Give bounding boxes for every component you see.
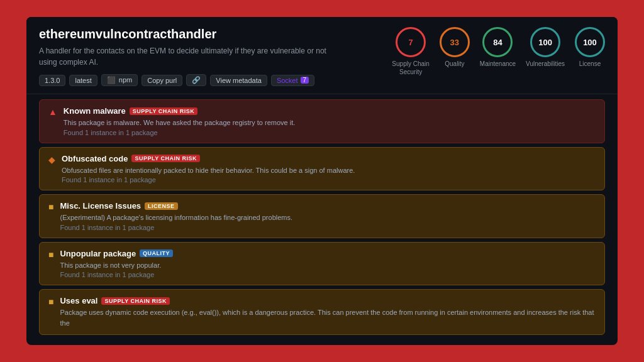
score-item-vulnerabilities: 100 Vulnerabilities [526,27,565,68]
score-item-quality: 33 Quality [440,27,470,68]
alerts-section: ▲ Known malware SUPPLY CHAIN RISK This p… [26,94,618,345]
alert-content-uses-eval: Uses eval SUPPLY CHAIN RISK Package uses… [60,296,596,328]
package-title: ethereumvulncontracthandler [39,27,392,41]
alert-tag-unpopular: QUALITY [140,250,173,257]
alert-desc-obfuscated: Obfuscated files are intentionally packe… [62,165,596,176]
alert-title-row-unpopular: Unpopular package QUALITY [60,249,596,258]
alert-title-row-uses-eval: Uses eval SUPPLY CHAIN RISK [60,296,596,305]
score-value-supply-chain: 7 [408,38,413,47]
alert-meta-known-malware: Found 1 instance in 1 package [64,129,596,136]
alert-desc-known-malware: This package is malware. We have asked t… [64,118,596,128]
alert-meta-obfuscated: Found 1 instance in 1 package [62,176,596,184]
alert-content-obfuscated: Obfuscated code SUPPLY CHAIN RISK Obfusc… [62,154,596,184]
alert-desc-uses-eval: Package uses dynamic code execution (e.g… [60,307,596,328]
badge-row: 1.3.0 latest ⬛ npm Copy purl 🔗 View meta… [39,74,392,86]
scores-section: 7 Supply ChainSecurity 33 Quality 84 Mai… [392,27,605,76]
alert-icon-diamond: ◆ [48,155,55,165]
score-circle-license: 100 [575,27,605,57]
score-label-quality: Quality [445,60,464,68]
alert-content-unpopular: Unpopular package QUALITY This package i… [60,249,596,279]
alert-title-unpopular: Unpopular package [60,249,136,258]
score-value-maintenance: 84 [493,38,502,47]
score-label-vulnerabilities: Vulnerabilities [526,60,565,68]
package-description: A handler for the contacts on the EVM to… [39,45,328,68]
socket-badge[interactable]: Socket 7 [271,75,314,86]
alert-content-misc-license: Misc. License Issues LICENSE (Experiment… [60,201,596,231]
score-circle-quality: 33 [440,27,470,57]
score-value-license: 100 [583,38,597,47]
alert-content-known-malware: Known malware SUPPLY CHAIN RISK This pac… [64,106,596,136]
alert-icon-square-license: ■ [48,202,53,212]
version-badge: 1.3.0 [39,75,65,86]
alert-meta-misc-license: Found 1 instance in 1 package [60,224,596,231]
alert-uses-eval: ■ Uses eval SUPPLY CHAIN RISK Package us… [39,289,605,335]
copy-purl-button[interactable]: Copy purl [142,75,182,86]
header-section: ethereumvulncontracthandler A handler fo… [26,17,618,94]
alert-tag-obfuscated: SUPPLY CHAIN RISK [131,155,200,162]
alert-icon-square-unpopular: ■ [48,250,53,260]
alert-icon-square-eval: ■ [48,297,53,307]
score-label-supply-chain: Supply ChainSecurity [392,60,429,76]
score-circle-vulnerabilities: 100 [530,27,560,57]
score-label-license: License [579,60,601,68]
alert-title-uses-eval: Uses eval [60,296,97,305]
alert-desc-unpopular: This package is not very popular. [60,260,596,271]
score-value-quality: 33 [450,38,459,47]
score-item-license: 100 License [575,27,605,68]
alert-misc-license: ■ Misc. License Issues LICENSE (Experime… [39,194,605,238]
socket-label: Socket [277,77,298,84]
npm-icon: ⬛ [107,76,116,84]
alert-tag-known-malware: SUPPLY CHAIN RISK [130,107,198,115]
alert-obfuscated-code: ◆ Obfuscated code SUPPLY CHAIN RISK Obfu… [39,147,605,191]
alert-title-row-misc-license: Misc. License Issues LICENSE [60,201,596,211]
npm-badge: ⬛ npm [101,74,138,86]
socket-count: 7 [301,77,309,84]
score-circle-supply-chain: 7 [396,27,426,57]
alert-icon-triangle: ▲ [48,107,57,117]
alert-tag-uses-eval: SUPPLY CHAIN RISK [101,297,170,305]
alert-meta-unpopular: Found 1 instance in 1 package [60,271,596,278]
score-item-maintenance: 84 Maintenance [480,27,516,68]
view-metadata-button[interactable]: View metadata [210,75,267,86]
alert-title-row-obfuscated: Obfuscated code SUPPLY CHAIN RISK [62,154,596,163]
alert-tag-misc-license: LICENSE [145,202,178,210]
score-circle-maintenance: 84 [482,27,513,57]
score-value-vulnerabilities: 100 [538,38,552,47]
alert-title-obfuscated: Obfuscated code [62,154,128,163]
score-item-supply-chain: 7 Supply ChainSecurity [392,27,429,76]
tag-badge: latest [69,75,97,86]
link-icon: 🔗 [186,74,206,86]
score-label-maintenance: Maintenance [480,60,516,68]
header-left: ethereumvulncontracthandler A handler fo… [39,27,392,86]
alert-title-known-malware: Known malware [64,106,126,116]
alert-unpopular: ■ Unpopular package QUALITY This package… [39,242,605,286]
main-container: ethereumvulncontracthandler A handler fo… [26,17,618,345]
alert-title-misc-license: Misc. License Issues [60,201,141,211]
alert-known-malware: ▲ Known malware SUPPLY CHAIN RISK This p… [39,99,605,143]
alert-desc-misc-license: (Experimental) A package's licensing inf… [60,212,596,223]
alert-title-row-known-malware: Known malware SUPPLY CHAIN RISK [64,106,596,116]
